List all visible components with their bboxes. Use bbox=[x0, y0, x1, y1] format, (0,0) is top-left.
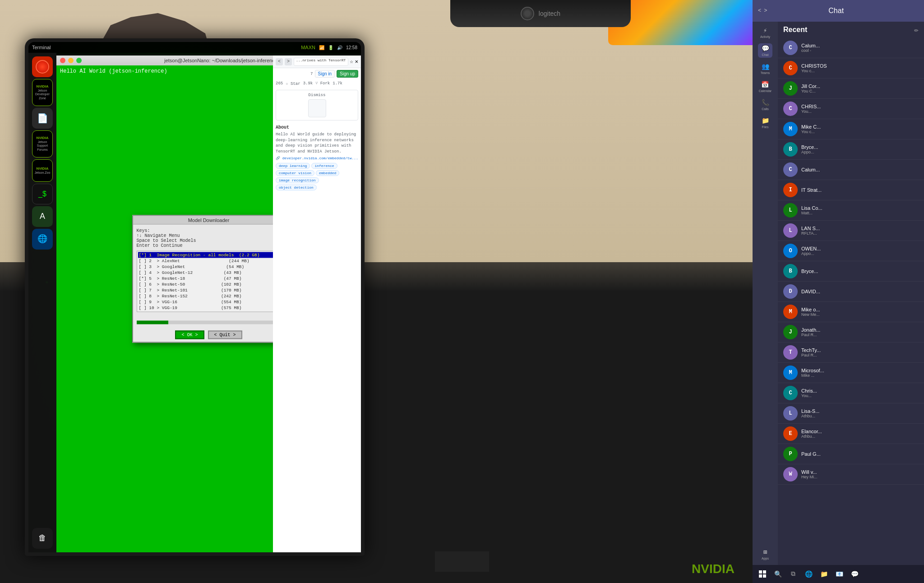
windows-edge-icon[interactable]: 🌐 bbox=[802, 568, 815, 580]
teams-chat-item-mike2[interactable]: M Mike o... New Me... bbox=[778, 302, 924, 322]
dialog-content: Keys: ↑↓ Navigate Menu Space to Select M… bbox=[133, 225, 285, 328]
github-back-btn[interactable]: < bbox=[276, 58, 283, 65]
teams-chat-item-microsoft[interactable]: M Microsof... Mike ... bbox=[778, 363, 924, 383]
github-tag-1[interactable]: deep learning bbox=[276, 163, 310, 169]
dock-icon-browser[interactable] bbox=[32, 56, 53, 77]
teams-chat-item-lan[interactable]: L LAN S... RFLTA... bbox=[778, 221, 924, 241]
teams-chat-item-chris3[interactable]: C Chris... You... bbox=[778, 383, 924, 403]
key1: ↑↓ Navigate Menu bbox=[137, 233, 281, 238]
windows-teams-icon[interactable]: 💬 bbox=[848, 568, 861, 580]
github-star-btn[interactable]: ☆ Star bbox=[286, 81, 300, 86]
avatar-paul: P bbox=[783, 447, 798, 461]
teams-chat-item-calum1[interactable]: C Calum... cool - bbox=[778, 38, 924, 58]
chat-info-mike2: Mike o... New Me... bbox=[801, 307, 919, 317]
teams-icon-chat[interactable]: 💬 Chat bbox=[758, 43, 772, 58]
teams-back-btn[interactable]: < bbox=[758, 8, 761, 14]
teams-icons-column: ⚡ Activity 💬 Chat 👥 Teams bbox=[753, 22, 778, 583]
teams-chat-item-eleanor[interactable]: E Elancor... Athbu... bbox=[778, 424, 924, 444]
model-row-10[interactable]: [ ] 10 > VGG-19 (575 MB) bbox=[138, 305, 280, 311]
chat-info-david: DAVID... bbox=[801, 289, 919, 294]
monitor: Terminal MAXN 📶 🔋 🔊 12:58 NVIDIA bbox=[25, 38, 365, 556]
teams-icon-apps[interactable]: ⊞ Apps bbox=[758, 547, 772, 561]
model-row-7[interactable]: [ ] 7 > ResNet-101 (170 MB) bbox=[138, 287, 280, 293]
teams-icon-teams[interactable]: 👥 Teams bbox=[758, 61, 772, 76]
teams-chat-item-paul[interactable]: P Paul G... bbox=[778, 444, 924, 464]
windows-mail-icon[interactable]: 📧 bbox=[833, 568, 845, 580]
teams-chat-item-lisa2[interactable]: L Lisa-S... Athbu... bbox=[778, 403, 924, 424]
dock-icon-appstore[interactable]: A bbox=[32, 206, 53, 227]
teams-chat-item-lisa[interactable]: L Lisa Co... Matt... bbox=[778, 200, 924, 221]
model-row-3[interactable]: [ ] 3 > GoogleNet (54 MB) bbox=[138, 264, 280, 270]
github-bookmark-icon[interactable]: ☆ bbox=[350, 58, 353, 65]
teams-icon-files[interactable]: 📁 Files bbox=[758, 116, 772, 130]
model-row-1[interactable]: [*] 1 Image Recognition - all models (2.… bbox=[138, 252, 280, 258]
teams-chat-item-chris2[interactable]: C CHRIS... You... bbox=[778, 99, 924, 119]
teams-icon-activity[interactable]: ⚡ Activity bbox=[758, 25, 772, 40]
terminal-maximize-button[interactable] bbox=[76, 58, 82, 63]
dock-icon-nvidia-support[interactable]: NVIDIA JetsonSupportForums bbox=[32, 130, 53, 157]
dock-icon-nvidia-dev[interactable]: NVIDIA JetsonDeveloperZone bbox=[32, 79, 53, 106]
github-forward-btn[interactable]: > bbox=[285, 58, 292, 65]
teams-chat-item-jonath[interactable]: J Jonath... Paul R... bbox=[778, 322, 924, 342]
windows-start-btn[interactable] bbox=[756, 568, 769, 580]
model-row-8[interactable]: [ ] 8 > ResNet-152 (242 MB) bbox=[138, 293, 280, 299]
progress-area: 22% bbox=[137, 315, 281, 324]
github-link[interactable]: 🔗 developer.nvidia.com/embedded/tw... bbox=[276, 156, 358, 160]
teams-chat-item-calum2[interactable]: C Calum... bbox=[778, 160, 924, 180]
progress-bar-container bbox=[137, 321, 281, 324]
teams-chat-item-bryce2[interactable]: B Bryce... bbox=[778, 261, 924, 282]
teams-chat-item-david[interactable]: D DAVID... bbox=[778, 282, 924, 302]
teams-chat-item-will[interactable]: W Will v... Hey Mi... bbox=[778, 464, 924, 485]
dock-icon-files[interactable]: 📄 bbox=[32, 108, 53, 129]
model-row-2[interactable]: [ ] 2 > AlexNet (244 MB) bbox=[138, 258, 280, 264]
terminal-close-button[interactable] bbox=[60, 58, 65, 63]
teams-chat-item-itstrat[interactable]: I IT Strat... bbox=[778, 180, 924, 200]
dock-icon-terminal[interactable]: _$ bbox=[32, 184, 53, 204]
github-tag-4[interactable]: embedded bbox=[316, 170, 339, 176]
github-sign-up-btn[interactable]: Sign up bbox=[337, 70, 358, 78]
chat-info-techty: TechTy... Paul R... bbox=[801, 347, 919, 357]
model-list: [*] 1 Image Recognition - all models (2.… bbox=[137, 251, 281, 312]
model-row-6[interactable]: [ ] 6 > ResNet-50 (102 MB) bbox=[138, 282, 280, 287]
model-row-5[interactable]: [*] 5 > ResNet-18 (47 MB) bbox=[138, 276, 280, 282]
github-tags: deep learning inference computer vision … bbox=[276, 163, 358, 190]
dialog-quit-button[interactable]: < Quit > bbox=[208, 331, 242, 339]
taskbar-battery: 🔋 bbox=[328, 45, 333, 50]
teams-icon-calls[interactable]: 📞 Calls bbox=[758, 97, 772, 112]
chat-info-chris2: CHRIS... You... bbox=[801, 104, 919, 114]
teams-new-chat-icon[interactable]: ✏ bbox=[914, 25, 919, 34]
github-tag-6[interactable]: object detection bbox=[276, 185, 317, 190]
teams-chat-item-owen[interactable]: O OWEN... Appo... bbox=[778, 241, 924, 261]
github-fork-btn[interactable]: ⑂ Fork bbox=[315, 81, 330, 86]
dialog-ok-button[interactable]: < OK > bbox=[175, 331, 204, 339]
teams-chat-item-mike1[interactable]: M Mike C... You c... bbox=[778, 119, 924, 139]
avatar-owen: O bbox=[783, 244, 798, 258]
teams-chat-item-jill[interactable]: J Jill Cor... You C... bbox=[778, 79, 924, 99]
avatar-lan: L bbox=[783, 223, 798, 238]
chat-info-lisa2: Lisa-S... Athbu... bbox=[801, 408, 919, 418]
terminal-minimize-button[interactable] bbox=[68, 58, 74, 63]
github-sign-in-btn[interactable]: Sign in bbox=[315, 70, 335, 78]
avatar-microsoft: M bbox=[783, 366, 798, 380]
github-close-icon[interactable]: ✕ bbox=[355, 58, 358, 65]
windows-taskview-btn[interactable]: ⧉ bbox=[787, 568, 799, 580]
windows-search-btn[interactable]: 🔍 bbox=[772, 568, 784, 580]
windows-files-icon[interactable]: 📁 bbox=[818, 568, 830, 580]
teams-chat-item-christos[interactable]: C CHRISTOS You c... bbox=[778, 58, 924, 79]
dock-icon-trash[interactable]: 🗑 bbox=[32, 528, 53, 549]
github-tag-3[interactable]: computer vision bbox=[276, 170, 314, 176]
github-tag-5[interactable]: image recognition bbox=[276, 177, 319, 183]
teams-forward-btn[interactable]: > bbox=[764, 8, 767, 14]
model-row-4[interactable]: [ ] 4 > GoogleNet-12 (43 MB) bbox=[138, 270, 280, 276]
model-row-9[interactable]: [ ] 9 > VGG-16 (554 MB) bbox=[138, 299, 280, 305]
monitor-taskbar: Terminal MAXN 📶 🔋 🔊 12:58 bbox=[28, 42, 361, 53]
teams-chat-item-bryce[interactable]: B Bryce... Appo... bbox=[778, 139, 924, 160]
dock-icon-nvidia-zoo[interactable]: NVIDIA Jetson.Zoo bbox=[32, 159, 53, 182]
avatar-lisa2: L bbox=[783, 406, 798, 421]
github-star-total: 3.9k bbox=[303, 81, 313, 86]
teams-chat-item-techty[interactable]: T TechTy... Paul R... bbox=[778, 342, 924, 363]
chat-info-owen: OWEN... Appo... bbox=[801, 246, 919, 256]
github-tag-2[interactable]: inference bbox=[311, 163, 337, 169]
teams-icon-calendar[interactable]: 📅 Calendar bbox=[758, 79, 772, 94]
dock-icon-browser2[interactable]: 🌐 bbox=[32, 229, 53, 250]
